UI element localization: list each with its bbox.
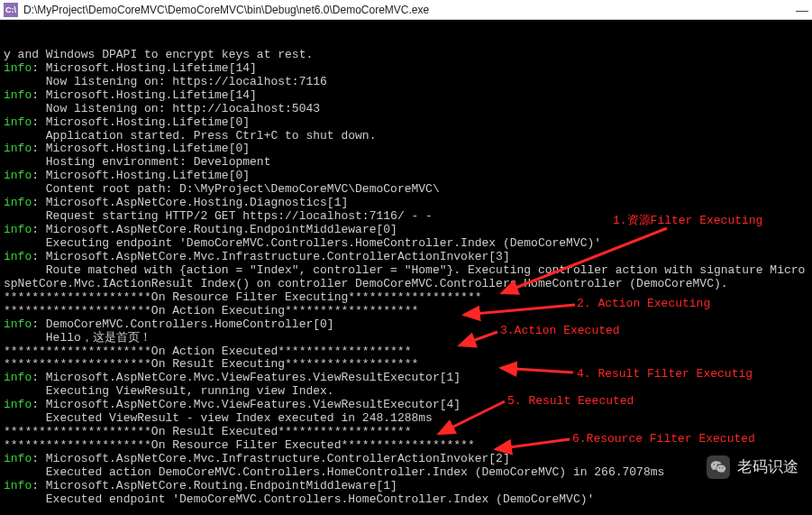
console-line: Now listening on: https://localhost:7116 <box>4 76 808 89</box>
console-line: info: Microsoft.Hosting.Lifetime[14] <box>4 62 808 76</box>
minimize-button[interactable]: — <box>796 3 808 17</box>
console-line: info: Microsoft.AspNetCore.Routing.Endpo… <box>4 480 808 493</box>
console-line: *********************On Resource Filter … <box>4 291 808 305</box>
console-line: Executing ViewResult, running view Index… <box>4 385 808 399</box>
console-line: Executed ViewResult - view Index execute… <box>4 412 808 426</box>
console-line: Content root path: D:\MyProject\DemoCore… <box>4 183 808 197</box>
console-line: Executing endpoint 'DemoCoreMVC.Controll… <box>4 237 808 251</box>
console-line: Now listening on: http://localhost:5043 <box>4 103 808 116</box>
app-icon: C:\ <box>4 3 18 17</box>
console-line: Executed endpoint 'DemoCoreMVC.Controlle… <box>4 493 808 507</box>
console-line: *********************On Result Executed*… <box>4 426 808 439</box>
console-output[interactable]: y and Windows DPAPI to encrypt keys at r… <box>0 20 812 515</box>
console-line: info: Microsoft.AspNetCore.Mvc.Infrastru… <box>4 251 808 264</box>
console-line: info: DemoCoreMVC.Controllers.HomeContro… <box>4 318 808 332</box>
console-line: *********************On Action Executed*… <box>4 345 808 359</box>
console-line: *********************On Resource Filter … <box>4 439 808 453</box>
console-line: info: Microsoft.AspNetCore.Mvc.ViewFeatu… <box>4 372 808 385</box>
console-line: info: Microsoft.Hosting.Lifetime[0] <box>4 143 808 156</box>
console-line: *********************On Result Executing… <box>4 358 808 372</box>
console-line: info: Microsoft.AspNetCore.Routing.Endpo… <box>4 224 808 237</box>
console-line: info: Microsoft.Hosting.Lifetime[0] <box>4 116 808 130</box>
console-line: Application started. Press Ctrl+C to shu… <box>4 130 808 143</box>
console-line: info: Microsoft.AspNetCore.Mvc.ViewFeatu… <box>4 399 808 412</box>
console-line: Hello，这是首页！ <box>4 332 808 345</box>
console-line: *********************On Action Executing… <box>4 305 808 318</box>
console-line: Request starting HTTP/2 GET https://loca… <box>4 210 808 224</box>
console-line: info: Microsoft.Hosting.Lifetime[0] <box>4 170 808 183</box>
console-line: Hosting environment: Development <box>4 156 808 170</box>
console-line: info: Microsoft.Hosting.Lifetime[14] <box>4 89 808 103</box>
console-line: y and Windows DPAPI to encrypt keys at r… <box>4 49 808 62</box>
console-line: Executed action DemoCoreMVC.Controllers.… <box>4 466 808 480</box>
window-title: D:\MyProject\DemoCoreMVC\DemoCoreMVC\bin… <box>23 4 796 16</box>
console-line: Route matched with {action = "Index", co… <box>4 264 808 291</box>
window-titlebar: C:\ D:\MyProject\DemoCoreMVC\DemoCoreMVC… <box>0 0 812 20</box>
console-line: info: Microsoft.AspNetCore.Mvc.Infrastru… <box>4 453 808 466</box>
console-line: info: Microsoft.AspNetCore.Hosting.Diagn… <box>4 197 808 210</box>
